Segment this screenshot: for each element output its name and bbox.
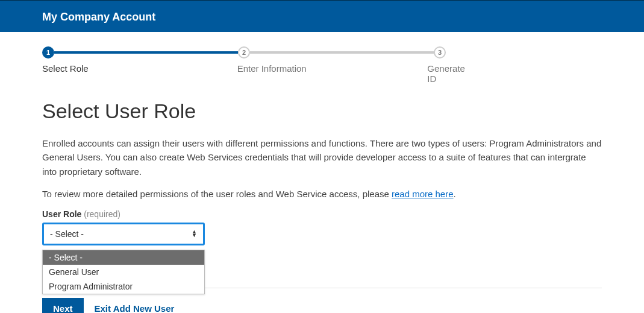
role-select[interactable]: - Select - ▲▼ bbox=[42, 223, 205, 245]
step-2-label: Enter Information bbox=[237, 63, 428, 84]
step-line-1 bbox=[54, 51, 238, 54]
role-required-text: (required) bbox=[84, 209, 120, 219]
action-bar: Next Exit Add New User bbox=[42, 298, 602, 313]
header: My Company Account bbox=[0, 0, 644, 32]
next-button[interactable]: Next bbox=[42, 298, 84, 313]
role-field-label: User Role (required) bbox=[42, 209, 602, 219]
step-2-circle: 2 bbox=[238, 46, 250, 58]
description-1: Enrolled accounts can assign their users… bbox=[42, 136, 602, 179]
role-select-value: - Select - bbox=[50, 229, 84, 239]
step-1-circle: 1 bbox=[42, 46, 54, 58]
role-option-select[interactable]: - Select - bbox=[43, 250, 204, 265]
description-2: To review more detailed permissions of t… bbox=[42, 187, 602, 201]
step-1-label: Select Role bbox=[42, 63, 237, 84]
role-dropdown: - Select - General User Program Administ… bbox=[42, 250, 205, 294]
desc2-prefix: To review more detailed permissions of t… bbox=[42, 189, 392, 199]
select-caret-icon: ▲▼ bbox=[192, 230, 197, 238]
step-3-circle: 3 bbox=[434, 46, 446, 58]
role-option-general-user[interactable]: General User bbox=[43, 265, 204, 279]
step-1: 1 bbox=[42, 46, 54, 58]
desc2-suffix: . bbox=[454, 189, 456, 199]
role-label-text: User Role bbox=[42, 209, 81, 219]
header-title: My Company Account bbox=[42, 11, 602, 24]
step-2: 2 bbox=[238, 46, 250, 58]
role-option-program-admin[interactable]: Program Administrator bbox=[43, 279, 204, 294]
step-3-label: Generate ID bbox=[427, 63, 476, 84]
read-more-link[interactable]: read more here bbox=[392, 189, 454, 199]
role-select-wrap: - Select - ▲▼ - Select - General User Pr… bbox=[42, 223, 205, 245]
step-3: 3 bbox=[434, 46, 446, 58]
page-title: Select User Role bbox=[42, 100, 602, 123]
stepper: 1 2 3 Select Role Enter Information Gene… bbox=[42, 46, 602, 84]
main-content: 1 2 3 Select Role Enter Information Gene… bbox=[0, 32, 644, 313]
step-line-2 bbox=[250, 51, 434, 54]
exit-button[interactable]: Exit Add New User bbox=[95, 303, 175, 313]
